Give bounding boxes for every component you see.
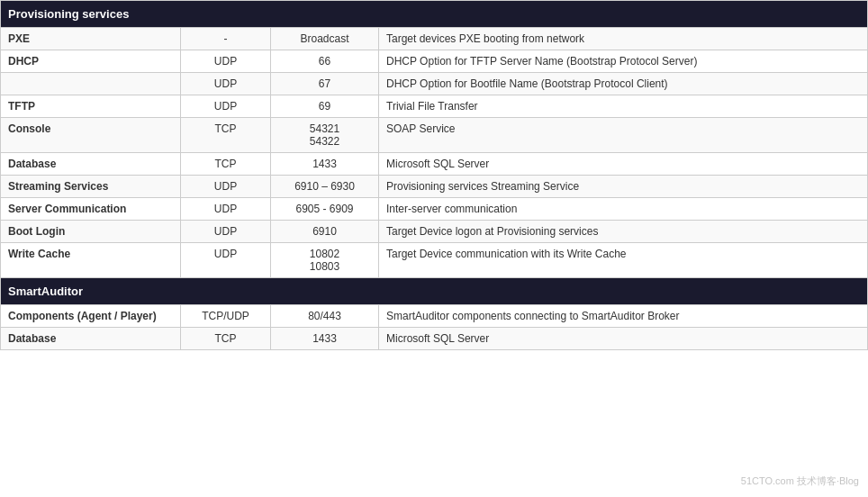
- service-cell: Console: [1, 118, 181, 153]
- service-cell: Components (Agent / Player): [1, 305, 181, 328]
- port-cell: 1433: [271, 153, 379, 176]
- protocol-cell: UDP: [181, 243, 271, 278]
- protocol-cell: TCP: [181, 118, 271, 153]
- port-cell: 5432154322: [271, 118, 379, 153]
- description-cell: Target Device communication with its Wri…: [379, 243, 868, 278]
- description-cell: DHCP Option for TFTP Server Name (Bootst…: [379, 50, 868, 73]
- service-cell: TFTP: [1, 95, 181, 118]
- service-cell: Database: [1, 153, 181, 176]
- port-cell: Broadcast: [271, 28, 379, 50]
- port-cell: 80/443: [271, 305, 379, 328]
- table-row: DatabaseTCP1433Microsoft SQL Server: [1, 153, 868, 176]
- service-cell: Write Cache: [1, 243, 181, 278]
- description-cell: Trivial File Transfer: [379, 95, 868, 118]
- protocol-cell: UDP: [181, 198, 271, 221]
- port-cell: 6910 – 6930: [271, 176, 379, 198]
- table-row: Components (Agent / Player)TCP/UDP80/443…: [1, 305, 868, 328]
- table-row: PXE-BroadcastTarget devices PXE booting …: [1, 28, 868, 50]
- protocol-cell: TCP: [181, 328, 271, 350]
- table-row: Boot LoginUDP6910Target Device logon at …: [1, 221, 868, 243]
- table-row: Server CommunicationUDP6905 - 6909Inter-…: [1, 198, 868, 221]
- section-header-row: Provisioning services: [1, 1, 868, 28]
- description-cell: Microsoft SQL Server: [379, 153, 868, 176]
- description-cell: Inter-server communication: [379, 198, 868, 221]
- table-row: DatabaseTCP1433Microsoft SQL Server: [1, 328, 868, 350]
- section-title: Provisioning services: [1, 1, 868, 28]
- description-cell: Provisioning services Streaming Service: [379, 176, 868, 198]
- service-cell: PXE: [1, 28, 181, 50]
- description-cell: Target devices PXE booting from network: [379, 28, 868, 50]
- protocol-cell: TCP: [181, 153, 271, 176]
- protocol-cell: TCP/UDP: [181, 305, 271, 328]
- port-cell: 69: [271, 95, 379, 118]
- port-cell: 67: [271, 73, 379, 95]
- table-row: ConsoleTCP5432154322SOAP Service: [1, 118, 868, 153]
- table-row: TFTPUDP69Trivial File Transfer: [1, 95, 868, 118]
- table-row: DHCPUDP66DHCP Option for TFTP Server Nam…: [1, 50, 868, 73]
- service-cell: Streaming Services: [1, 176, 181, 198]
- description-cell: Microsoft SQL Server: [379, 328, 868, 350]
- section-title: SmartAuditor: [1, 278, 868, 305]
- service-cell: Server Communication: [1, 198, 181, 221]
- protocol-cell: UDP: [181, 95, 271, 118]
- table-row: Streaming ServicesUDP6910 – 6930Provisio…: [1, 176, 868, 198]
- port-cell: 1433: [271, 328, 379, 350]
- protocol-cell: UDP: [181, 221, 271, 243]
- description-cell: SmartAuditor components connecting to Sm…: [379, 305, 868, 328]
- protocol-cell: UDP: [181, 176, 271, 198]
- section-header-row: SmartAuditor: [1, 278, 868, 305]
- port-cell: 6910: [271, 221, 379, 243]
- service-cell: [1, 73, 181, 95]
- main-table: Provisioning servicesPXE-BroadcastTarget…: [0, 0, 868, 350]
- description-cell: Target Device logon at Provisioning serv…: [379, 221, 868, 243]
- table-row: Write CacheUDP1080210803Target Device co…: [1, 243, 868, 278]
- description-cell: DHCP Option for Bootfile Name (Bootstrap…: [379, 73, 868, 95]
- description-cell: SOAP Service: [379, 118, 868, 153]
- service-cell: Boot Login: [1, 221, 181, 243]
- protocol-cell: -: [181, 28, 271, 50]
- port-cell: 66: [271, 50, 379, 73]
- service-cell: DHCP: [1, 50, 181, 73]
- protocol-cell: UDP: [181, 50, 271, 73]
- port-cell: 1080210803: [271, 243, 379, 278]
- service-cell: Database: [1, 328, 181, 350]
- port-cell: 6905 - 6909: [271, 198, 379, 221]
- table-row: UDP67DHCP Option for Bootfile Name (Boot…: [1, 73, 868, 95]
- protocol-cell: UDP: [181, 73, 271, 95]
